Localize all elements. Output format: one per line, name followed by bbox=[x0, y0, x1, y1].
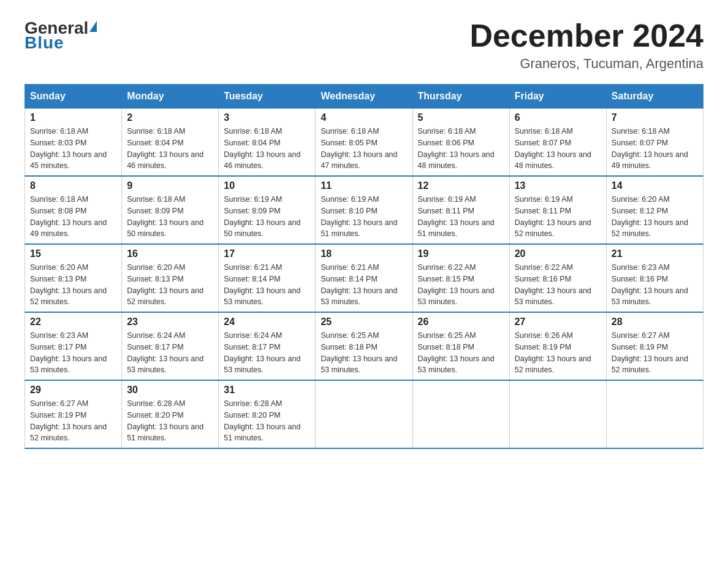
day-info: Sunrise: 6:18 AMSunset: 8:08 PMDaylight:… bbox=[30, 194, 116, 240]
day-info: Sunrise: 6:19 AMSunset: 8:11 PMDaylight:… bbox=[418, 194, 504, 240]
calendar-week-5: 29Sunrise: 6:27 AMSunset: 8:19 PMDayligh… bbox=[25, 380, 703, 448]
calendar-cell: 16Sunrise: 6:20 AMSunset: 8:13 PMDayligh… bbox=[122, 244, 219, 312]
header-monday: Monday bbox=[122, 85, 219, 109]
calendar-cell: 28Sunrise: 6:27 AMSunset: 8:19 PMDayligh… bbox=[606, 312, 703, 380]
day-info: Sunrise: 6:21 AMSunset: 8:14 PMDaylight:… bbox=[224, 262, 310, 308]
day-info: Sunrise: 6:26 AMSunset: 8:19 PMDaylight:… bbox=[515, 330, 601, 376]
day-number: 1 bbox=[30, 112, 116, 123]
calendar-table: SundayMondayTuesdayWednesdayThursdayFrid… bbox=[25, 84, 703, 449]
day-info: Sunrise: 6:18 AMSunset: 8:04 PMDaylight:… bbox=[224, 126, 310, 172]
calendar-cell: 15Sunrise: 6:20 AMSunset: 8:13 PMDayligh… bbox=[25, 244, 122, 312]
calendar-cell: 7Sunrise: 6:18 AMSunset: 8:07 PMDaylight… bbox=[606, 109, 703, 177]
calendar-cell: 17Sunrise: 6:21 AMSunset: 8:14 PMDayligh… bbox=[219, 244, 316, 312]
calendar-cell: 23Sunrise: 6:24 AMSunset: 8:17 PMDayligh… bbox=[122, 312, 219, 380]
calendar-cell: 21Sunrise: 6:23 AMSunset: 8:16 PMDayligh… bbox=[606, 244, 703, 312]
day-info: Sunrise: 6:23 AMSunset: 8:16 PMDaylight:… bbox=[612, 262, 698, 308]
day-number: 5 bbox=[418, 112, 504, 123]
day-number: 19 bbox=[418, 248, 504, 259]
day-number: 25 bbox=[320, 316, 407, 327]
page-header: General Blue December 2024 Graneros, Tuc… bbox=[25, 18, 703, 72]
day-info: Sunrise: 6:23 AMSunset: 8:17 PMDaylight:… bbox=[30, 330, 116, 376]
day-info: Sunrise: 6:25 AMSunset: 8:18 PMDaylight:… bbox=[418, 330, 504, 376]
day-number: 3 bbox=[224, 112, 310, 123]
day-info: Sunrise: 6:18 AMSunset: 8:07 PMDaylight:… bbox=[515, 126, 601, 172]
day-info: Sunrise: 6:24 AMSunset: 8:17 PMDaylight:… bbox=[224, 330, 310, 376]
calendar-cell bbox=[606, 380, 703, 448]
day-number: 31 bbox=[224, 385, 310, 396]
day-info: Sunrise: 6:18 AMSunset: 8:04 PMDaylight:… bbox=[127, 126, 213, 172]
day-info: Sunrise: 6:18 AMSunset: 8:05 PMDaylight:… bbox=[320, 126, 407, 172]
day-info: Sunrise: 6:20 AMSunset: 8:13 PMDaylight:… bbox=[30, 262, 116, 308]
day-info: Sunrise: 6:18 AMSunset: 8:07 PMDaylight:… bbox=[612, 126, 698, 172]
day-number: 10 bbox=[224, 180, 310, 191]
calendar-cell: 8Sunrise: 6:18 AMSunset: 8:08 PMDaylight… bbox=[25, 176, 122, 244]
day-info: Sunrise: 6:18 AMSunset: 8:03 PMDaylight:… bbox=[30, 126, 116, 172]
day-number: 15 bbox=[30, 248, 116, 259]
day-number: 21 bbox=[612, 248, 698, 259]
day-info: Sunrise: 6:22 AMSunset: 8:15 PMDaylight:… bbox=[418, 262, 504, 308]
day-info: Sunrise: 6:18 AMSunset: 8:06 PMDaylight:… bbox=[418, 126, 504, 172]
location-title: Graneros, Tucuman, Argentina bbox=[469, 56, 703, 72]
header-friday: Friday bbox=[509, 85, 606, 109]
calendar-cell: 25Sunrise: 6:25 AMSunset: 8:18 PMDayligh… bbox=[316, 312, 412, 380]
calendar-cell: 19Sunrise: 6:22 AMSunset: 8:15 PMDayligh… bbox=[412, 244, 509, 312]
calendar-cell: 24Sunrise: 6:24 AMSunset: 8:17 PMDayligh… bbox=[219, 312, 316, 380]
header-row: SundayMondayTuesdayWednesdayThursdayFrid… bbox=[25, 85, 703, 109]
day-info: Sunrise: 6:28 AMSunset: 8:20 PMDaylight:… bbox=[224, 398, 310, 444]
calendar-cell: 2Sunrise: 6:18 AMSunset: 8:04 PMDaylight… bbox=[122, 109, 219, 177]
calendar-cell bbox=[316, 380, 412, 448]
day-number: 16 bbox=[127, 248, 213, 259]
calendar-week-4: 22Sunrise: 6:23 AMSunset: 8:17 PMDayligh… bbox=[25, 312, 703, 380]
header-wednesday: Wednesday bbox=[316, 85, 412, 109]
calendar-cell: 18Sunrise: 6:21 AMSunset: 8:14 PMDayligh… bbox=[316, 244, 412, 312]
calendar-cell: 3Sunrise: 6:18 AMSunset: 8:04 PMDaylight… bbox=[219, 109, 316, 177]
month-title: December 2024 bbox=[469, 18, 703, 53]
day-number: 20 bbox=[515, 248, 601, 259]
logo-triangle-icon bbox=[89, 21, 97, 32]
day-info: Sunrise: 6:18 AMSunset: 8:09 PMDaylight:… bbox=[127, 194, 213, 240]
calendar-cell: 30Sunrise: 6:28 AMSunset: 8:20 PMDayligh… bbox=[122, 380, 219, 448]
day-info: Sunrise: 6:28 AMSunset: 8:20 PMDaylight:… bbox=[127, 398, 213, 444]
calendar-cell: 27Sunrise: 6:26 AMSunset: 8:19 PMDayligh… bbox=[509, 312, 606, 380]
day-info: Sunrise: 6:22 AMSunset: 8:16 PMDaylight:… bbox=[515, 262, 601, 308]
day-info: Sunrise: 6:19 AMSunset: 8:10 PMDaylight:… bbox=[320, 194, 407, 240]
day-number: 13 bbox=[515, 180, 601, 191]
day-info: Sunrise: 6:25 AMSunset: 8:18 PMDaylight:… bbox=[320, 330, 407, 376]
day-number: 8 bbox=[30, 180, 116, 191]
calendar-cell: 13Sunrise: 6:19 AMSunset: 8:11 PMDayligh… bbox=[509, 176, 606, 244]
day-info: Sunrise: 6:27 AMSunset: 8:19 PMDaylight:… bbox=[30, 398, 116, 444]
day-number: 11 bbox=[320, 180, 407, 191]
calendar-cell: 22Sunrise: 6:23 AMSunset: 8:17 PMDayligh… bbox=[25, 312, 122, 380]
day-info: Sunrise: 6:20 AMSunset: 8:13 PMDaylight:… bbox=[127, 262, 213, 308]
day-number: 24 bbox=[224, 316, 310, 327]
day-info: Sunrise: 6:27 AMSunset: 8:19 PMDaylight:… bbox=[612, 330, 698, 376]
calendar-cell: 10Sunrise: 6:19 AMSunset: 8:09 PMDayligh… bbox=[219, 176, 316, 244]
calendar-cell: 31Sunrise: 6:28 AMSunset: 8:20 PMDayligh… bbox=[219, 380, 316, 448]
day-info: Sunrise: 6:21 AMSunset: 8:14 PMDaylight:… bbox=[320, 262, 407, 308]
day-number: 7 bbox=[612, 112, 698, 123]
day-number: 6 bbox=[515, 112, 601, 123]
day-number: 23 bbox=[127, 316, 213, 327]
header-saturday: Saturday bbox=[606, 85, 703, 109]
calendar-cell: 29Sunrise: 6:27 AMSunset: 8:19 PMDayligh… bbox=[25, 380, 122, 448]
header-tuesday: Tuesday bbox=[219, 85, 316, 109]
day-info: Sunrise: 6:20 AMSunset: 8:12 PMDaylight:… bbox=[612, 194, 698, 240]
calendar-cell: 4Sunrise: 6:18 AMSunset: 8:05 PMDaylight… bbox=[316, 109, 412, 177]
day-number: 27 bbox=[515, 316, 601, 327]
day-number: 30 bbox=[127, 385, 213, 396]
calendar-cell: 6Sunrise: 6:18 AMSunset: 8:07 PMDaylight… bbox=[509, 109, 606, 177]
day-number: 22 bbox=[30, 316, 116, 327]
day-number: 9 bbox=[127, 180, 213, 191]
logo-blue: Blue bbox=[25, 33, 64, 53]
day-number: 26 bbox=[418, 316, 504, 327]
calendar-cell: 20Sunrise: 6:22 AMSunset: 8:16 PMDayligh… bbox=[509, 244, 606, 312]
day-number: 12 bbox=[418, 180, 504, 191]
day-number: 14 bbox=[612, 180, 698, 191]
day-number: 2 bbox=[127, 112, 213, 123]
day-info: Sunrise: 6:19 AMSunset: 8:09 PMDaylight:… bbox=[224, 194, 310, 240]
day-number: 29 bbox=[30, 385, 116, 396]
calendar-week-2: 8Sunrise: 6:18 AMSunset: 8:08 PMDaylight… bbox=[25, 176, 703, 244]
header-sunday: Sunday bbox=[25, 85, 122, 109]
calendar-week-3: 15Sunrise: 6:20 AMSunset: 8:13 PMDayligh… bbox=[25, 244, 703, 312]
title-area: December 2024 Graneros, Tucuman, Argenti… bbox=[469, 18, 703, 72]
